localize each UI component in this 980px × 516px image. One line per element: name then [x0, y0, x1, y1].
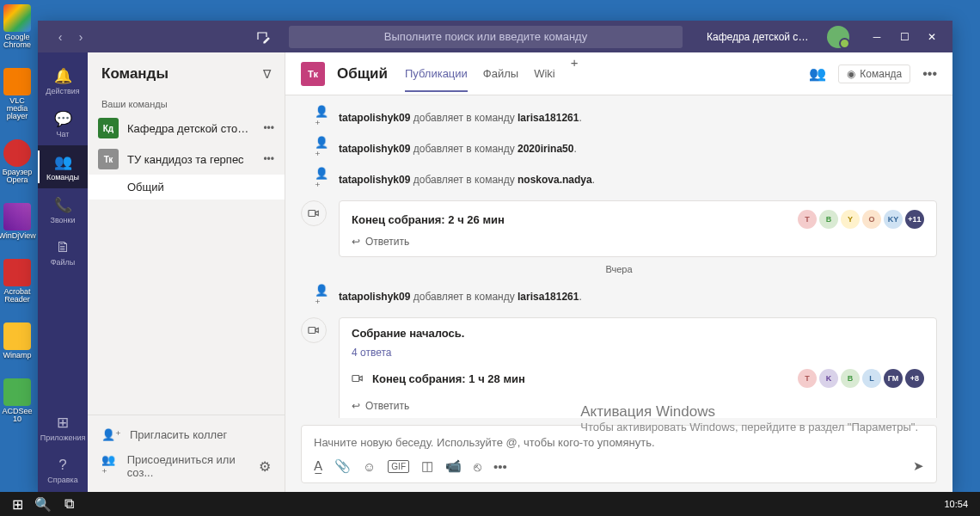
- desktop-icon[interactable]: ACDSee 10: [0, 378, 34, 423]
- windows-taskbar[interactable]: ⊞ 🔍 ⧉ 10:54: [0, 492, 980, 516]
- messages-pane: 👤⁺tatapolishyk09 добавляет в команду lar…: [285, 95, 952, 418]
- teams-panel: Команды ∇ Ваши команды Кд Кафедра детско…: [88, 52, 285, 492]
- user-avatar[interactable]: [827, 26, 849, 48]
- stream-icon[interactable]: ⎋: [474, 459, 481, 474]
- team-name: Кафедра детской стома...: [127, 122, 254, 135]
- participants: T K B L ГМ +8: [798, 369, 924, 388]
- team-name: ТУ кандидоз та герпес: [127, 153, 254, 166]
- team-button[interactable]: ◉Команда: [838, 64, 910, 83]
- meeting-title: Конец собрания: 1 ч 28 мин: [372, 372, 789, 385]
- desktop-icon[interactable]: Acrobat Reader: [0, 259, 34, 304]
- teams-window: ‹ › Выполните поиск или введите команду …: [38, 21, 952, 492]
- new-message-button[interactable]: [251, 25, 275, 49]
- more-icon[interactable]: •••: [493, 459, 507, 474]
- add-tab-button[interactable]: +: [571, 55, 579, 92]
- channel-name: Общий: [337, 65, 388, 83]
- meeting-card[interactable]: Конец собрания: 2 ч 26 мин T B Y O KY +1…: [339, 200, 937, 257]
- channel-item[interactable]: Общий: [88, 175, 285, 200]
- gif-icon[interactable]: GIF: [388, 460, 409, 473]
- desktop-icon[interactable]: Google Chrome: [0, 4, 34, 49]
- person-add-icon: 👤⁺: [315, 136, 328, 162]
- taskbar-clock[interactable]: 10:54: [937, 499, 975, 509]
- reply-button[interactable]: ↩Ответить: [352, 400, 924, 412]
- app-rail: 🔔Действия 💬Чат 👥Команды 📞Звонки 🗎Файлы ⊞…: [38, 52, 88, 492]
- desktop-icon[interactable]: Winamp: [0, 322, 34, 359]
- date-separator: Вчера: [301, 264, 937, 274]
- rail-teams[interactable]: 👥Команды: [38, 145, 88, 188]
- sticker-icon[interactable]: ◫: [421, 458, 433, 474]
- channel-avatar: Тк: [301, 62, 325, 86]
- invite-colleagues[interactable]: 👤⁺Пригласить коллег: [88, 422, 285, 447]
- person-add-icon: 👤⁺: [315, 284, 328, 310]
- gear-icon[interactable]: ⚙: [259, 458, 271, 475]
- person-add-icon: 👤⁺: [315, 167, 328, 193]
- content-area: Тк Общий Публикации Файлы Wiki + 👥 ◉Кома…: [285, 52, 952, 492]
- video-icon: [301, 317, 327, 343]
- reply-button[interactable]: ↩Ответить: [352, 236, 924, 248]
- panel-title: Команды: [101, 65, 168, 83]
- rail-help[interactable]: ?Справка: [38, 449, 88, 492]
- team-item[interactable]: Кд Кафедра детской стома... •••: [88, 113, 285, 144]
- search-input[interactable]: Выполните поиск или введите команду: [289, 26, 683, 48]
- teams-add-icon: 👥⁺: [101, 453, 119, 479]
- rail-files[interactable]: 🗎Файлы: [38, 231, 88, 274]
- eye-icon: ◉: [847, 68, 855, 80]
- compose-input[interactable]: [314, 436, 924, 449]
- emoji-icon[interactable]: ☺: [363, 459, 376, 474]
- desktop-icon[interactable]: WinDjView: [0, 203, 34, 240]
- video-icon: [301, 200, 327, 226]
- team-item[interactable]: Тк ТУ кандидоз та герпес •••: [88, 144, 285, 175]
- format-icon[interactable]: A̲: [314, 458, 322, 474]
- minimize-button[interactable]: ─: [863, 23, 891, 51]
- tenant-switcher[interactable]: Кафедра детской сто... ▾: [707, 31, 810, 43]
- close-button[interactable]: ✕: [918, 23, 946, 51]
- rail-chat[interactable]: 💬Чат: [38, 102, 88, 145]
- search-button[interactable]: 🔍: [31, 494, 55, 514]
- team-avatar: Тк: [98, 149, 119, 169]
- svg-rect-2: [352, 376, 359, 382]
- maximize-button[interactable]: ☐: [891, 23, 918, 51]
- forward-button[interactable]: ›: [72, 28, 89, 46]
- team-more-icon[interactable]: •••: [263, 153, 274, 165]
- tab-wiki[interactable]: Wiki: [534, 55, 555, 92]
- reply-icon: ↩: [352, 400, 360, 412]
- meeting-title: Конец собрания: 2 ч 26 мин: [352, 213, 505, 226]
- person-add-icon: 👤⁺: [315, 105, 328, 131]
- tab-posts[interactable]: Публикации: [405, 55, 468, 92]
- meet-now-icon[interactable]: 📹: [445, 458, 462, 474]
- org-icon[interactable]: 👥: [809, 65, 826, 82]
- system-message: 👤⁺tatapolishyk09 добавляет в команду 202…: [301, 133, 937, 164]
- channel-header: Тк Общий Публикации Файлы Wiki + 👥 ◉Кома…: [285, 52, 952, 95]
- start-button[interactable]: ⊞: [5, 494, 29, 514]
- desktop-icon[interactable]: VLC media player: [0, 68, 34, 120]
- participants: T B Y O KY +11: [798, 210, 924, 229]
- svg-rect-0: [309, 211, 315, 217]
- attach-icon[interactable]: 📎: [334, 458, 351, 474]
- team-more-icon[interactable]: •••: [263, 122, 274, 134]
- compose-box[interactable]: A̲ 📎 ☺ GIF ◫ 📹 ⎋ ••• ➤: [301, 425, 937, 483]
- system-message: 👤⁺tatapolishyk09 добавляет в команду lar…: [301, 281, 937, 312]
- back-button[interactable]: ‹: [52, 28, 69, 46]
- your-teams-label: Ваши команды: [88, 95, 285, 113]
- task-view-button[interactable]: ⧉: [57, 494, 81, 514]
- rail-calls[interactable]: 📞Звонки: [38, 188, 88, 231]
- svg-rect-1: [309, 328, 315, 334]
- person-add-icon: 👤⁺: [101, 428, 121, 441]
- more-icon[interactable]: •••: [922, 66, 937, 82]
- meeting-card[interactable]: Собрание началось. 4 ответа Конец собран…: [339, 317, 937, 418]
- filter-icon[interactable]: ∇: [263, 67, 271, 81]
- reply-icon: ↩: [352, 236, 360, 248]
- replies-link[interactable]: 4 ответа: [352, 347, 924, 359]
- system-message: 👤⁺tatapolishyk09 добавляет в команду nos…: [301, 164, 937, 195]
- team-avatar: Кд: [98, 118, 119, 138]
- meeting-title: Собрание началось.: [352, 327, 924, 340]
- desktop-icons: Google Chrome VLC media player Браузер O…: [0, 0, 39, 516]
- rail-activity[interactable]: 🔔Действия: [38, 59, 88, 102]
- desktop-icon[interactable]: Браузер Opera: [0, 139, 34, 184]
- rail-apps[interactable]: ⊞Приложения: [38, 406, 88, 449]
- tab-files[interactable]: Файлы: [483, 55, 518, 92]
- send-button[interactable]: ➤: [913, 458, 924, 474]
- video-icon: [352, 372, 364, 384]
- join-create-team[interactable]: 👥⁺Присоединиться или соз...: [88, 447, 259, 485]
- titlebar: ‹ › Выполните поиск или введите команду …: [38, 21, 952, 52]
